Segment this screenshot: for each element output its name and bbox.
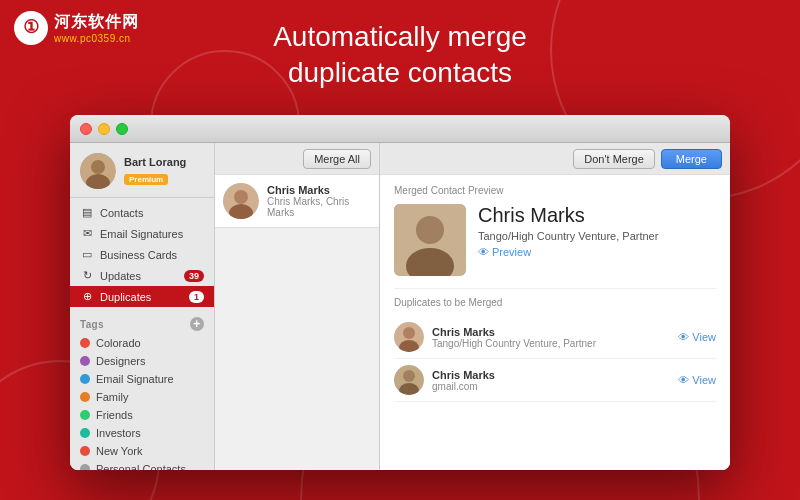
svg-point-6 (234, 190, 248, 204)
tag-new-york[interactable]: New York (70, 442, 214, 460)
sidebar-item-label: Updates (100, 270, 178, 282)
merged-contact-name: Chris Marks (478, 204, 716, 227)
duplicates-icon: ⊕ (80, 290, 94, 303)
avatar (80, 153, 116, 189)
tag-label: Designers (96, 355, 146, 367)
email-icon: ✉ (80, 227, 94, 240)
updates-badge: 39 (184, 270, 204, 282)
view-link-1[interactable]: 👁 View (678, 331, 716, 343)
profile-badge: Premium (124, 174, 168, 185)
tag-dot (80, 338, 90, 348)
tag-dot (80, 374, 90, 384)
top-bar: ① 河东软件网 www.pc0359.cn (0, 0, 800, 55)
updates-icon: ↻ (80, 269, 94, 282)
tag-dot (80, 392, 90, 402)
right-content: Merged Contact Preview Chris Marks Tango… (380, 175, 730, 470)
title-line2: duplicate contacts (288, 57, 512, 88)
tag-personal-contacts[interactable]: Personal Contacts (70, 460, 214, 470)
sidebar-item-duplicates[interactable]: ⊕ Duplicates 1 (70, 286, 214, 307)
sidebar-item-contacts[interactable]: ▤ Contacts (70, 202, 214, 223)
right-pane: Don't Merge Merge Merged Contact Preview… (380, 143, 730, 470)
tag-label: Friends (96, 409, 133, 421)
add-tag-button[interactable]: + (190, 317, 204, 331)
preview-link[interactable]: 👁 Preview (478, 246, 716, 258)
contact-name: Chris Marks (267, 184, 371, 196)
close-button[interactable] (80, 123, 92, 135)
title-bar (70, 115, 730, 143)
merge-button[interactable]: Merge (661, 149, 722, 169)
duplicates-badge: 1 (189, 291, 204, 303)
tag-dot (80, 356, 90, 366)
sidebar-item-label: Email Signatures (100, 228, 204, 240)
merge-all-button[interactable]: Merge All (303, 149, 371, 169)
sidebar-item-email-signatures[interactable]: ✉ Email Signatures (70, 223, 214, 244)
duplicate-thumbnail (394, 322, 424, 352)
svg-point-3 (91, 160, 105, 174)
middle-pane: Merge All Chris Marks Chris Marks, Chris… (215, 143, 380, 470)
dup-name: Chris Marks (432, 326, 670, 338)
sidebar-nav: ▤ Contacts ✉ Email Signatures ▭ Business… (70, 198, 214, 311)
tag-label: Personal Contacts (96, 463, 186, 470)
tag-designers[interactable]: Designers (70, 352, 214, 370)
logo-url: www.pc0359.cn (54, 33, 139, 44)
tags-label: Tags (80, 319, 104, 330)
sidebar-item-updates[interactable]: ↻ Updates 39 (70, 265, 214, 286)
maximize-button[interactable] (116, 123, 128, 135)
merged-preview-label: Merged Contact Preview (394, 185, 716, 196)
dup-name: Chris Marks (432, 369, 670, 381)
tag-label: Family (96, 391, 128, 403)
dup-sub: gmail.com (432, 381, 670, 392)
preview-link-text: Preview (492, 246, 531, 258)
view-link-text: View (692, 331, 716, 343)
tags-section-header: Tags + (70, 311, 214, 334)
view-link-2[interactable]: 👁 View (678, 374, 716, 386)
eye-icon: 👁 (678, 374, 689, 386)
sidebar-item-business-cards[interactable]: ▭ Business Cards (70, 244, 214, 265)
dont-merge-button[interactable]: Don't Merge (573, 149, 655, 169)
duplicate-item-2: Chris Marks gmail.com 👁 View (394, 359, 716, 402)
eye-icon: 👁 (678, 331, 689, 343)
sidebar-item-label: Contacts (100, 207, 204, 219)
contacts-icon: ▤ (80, 206, 94, 219)
duplicates-label: Duplicates to be Merged (394, 288, 716, 308)
profile-name: Bart Lorang (124, 156, 204, 168)
logo: ① 河东软件网 www.pc0359.cn (14, 11, 139, 45)
minimize-button[interactable] (98, 123, 110, 135)
sidebar-profile: Bart Lorang Premium (70, 143, 214, 198)
tag-label: Colorado (96, 337, 141, 349)
dup-sub: Tango/High Country Venture, Partner (432, 338, 670, 349)
contact-thumbnail (223, 183, 259, 219)
main-content: Bart Lorang Premium ▤ Contacts ✉ Email S… (70, 143, 730, 470)
tag-label: New York (96, 445, 142, 457)
tag-dot (80, 464, 90, 470)
contact-list-item[interactable]: Chris Marks Chris Marks, Chris Marks (215, 175, 379, 228)
middle-header: Merge All (215, 143, 379, 175)
tag-email-signature[interactable]: Email Signature (70, 370, 214, 388)
traffic-lights (80, 123, 128, 135)
right-header: Don't Merge Merge (380, 143, 730, 175)
view-link-text: View (692, 374, 716, 386)
tag-investors[interactable]: Investors (70, 424, 214, 442)
sidebar: Bart Lorang Premium ▤ Contacts ✉ Email S… (70, 143, 215, 470)
app-window: Bart Lorang Premium ▤ Contacts ✉ Email S… (70, 115, 730, 470)
tag-dot (80, 446, 90, 456)
card-icon: ▭ (80, 248, 94, 261)
tag-dot (80, 428, 90, 438)
tag-colorado[interactable]: Colorado (70, 334, 214, 352)
svg-point-12 (403, 327, 415, 339)
tag-friends[interactable]: Friends (70, 406, 214, 424)
sidebar-item-label: Business Cards (100, 249, 204, 261)
logo-name: 河东软件网 (54, 12, 139, 33)
tag-family[interactable]: Family (70, 388, 214, 406)
svg-point-15 (403, 370, 415, 382)
duplicate-item-1: Chris Marks Tango/High Country Venture, … (394, 316, 716, 359)
tag-label: Investors (96, 427, 141, 439)
svg-point-9 (416, 216, 444, 244)
logo-icon: ① (14, 11, 48, 45)
duplicate-thumbnail (394, 365, 424, 395)
contact-sub: Chris Marks, Chris Marks (267, 196, 371, 218)
tag-dot (80, 410, 90, 420)
tag-label: Email Signature (96, 373, 174, 385)
svg-text:①: ① (23, 17, 39, 37)
eye-icon: 👁 (478, 246, 489, 258)
